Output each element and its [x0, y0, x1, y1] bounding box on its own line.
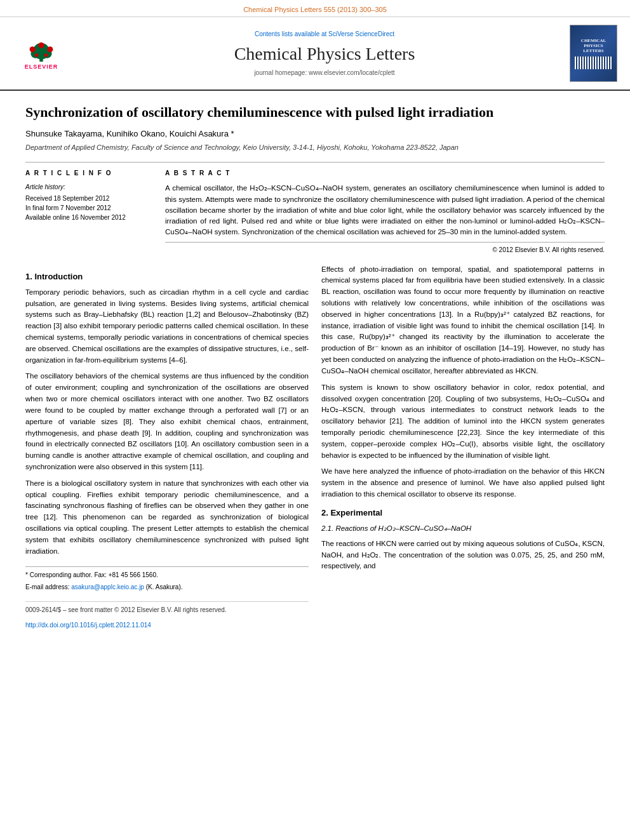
svg-point-7 [35, 53, 39, 57]
intro-col2-p2: This system is known to show oscillatory… [321, 382, 605, 462]
intro-title: 1. Introduction [25, 270, 309, 283]
body-col-right: Effects of photo-irradiation on temporal… [321, 264, 605, 636]
intro-col2-p1: Effects of photo-irradiation on temporal… [321, 264, 605, 377]
elsevier-tree-icon [25, 41, 57, 63]
article-info-abstract-section: A R T I C L E I N F O Article history: R… [25, 162, 605, 254]
experimental-p1: The reactions of HKCN were carried out b… [321, 538, 605, 572]
article-history: Article history: Received 18 September 2… [25, 183, 152, 222]
bottom-bar: 0009-2614/$ – see front matter © 2012 El… [25, 601, 309, 630]
header-left: ELSEVIER [13, 36, 89, 71]
intro-p3: There is a biological oscillatory system… [25, 478, 309, 557]
elsevier-text-label: ELSEVIER [25, 63, 58, 71]
footnote-email: E-mail address: asakura@applc.keio.ac.jp… [25, 582, 309, 592]
article-authors: Shunsuke Takayama, Kunihiko Okano, Kouic… [25, 128, 605, 140]
journal-header: ELSEVIER Contents lists available at Sci… [0, 17, 630, 91]
article-title: Synchronization of oscillatory chemilumi… [25, 103, 605, 122]
svg-point-5 [38, 43, 44, 48]
body-columns: 1. Introduction Temporary periodic behav… [25, 264, 605, 636]
footnote-section: * Corresponding author. Fax: +81 45 566 … [25, 566, 309, 592]
experimental-sub: 2.1. Reactions of H₂O₂–KSCN–CuSO₄–NaOH [321, 523, 605, 535]
intro-p1: Temporary periodic behaviors, such as ci… [25, 287, 309, 366]
history-title: Article history: [25, 183, 152, 192]
issn-line: 0009-2614/$ – see front matter © 2012 El… [25, 605, 309, 615]
footnote-corresponding: * Corresponding author. Fax: +81 45 566 … [25, 570, 309, 580]
journal-cover-title: CHEMICALPHYSICSLETTERS [581, 38, 606, 54]
abstract-header: A B S T R A C T [165, 169, 605, 178]
email-link[interactable]: asakura@applc.keio.ac.jp [71, 583, 144, 590]
received-date: Received 18 September 2012 [25, 194, 152, 203]
article-info-header: A R T I C L E I N F O [25, 169, 152, 178]
abstract-col: A B S T R A C T A chemical oscillator, t… [165, 169, 605, 254]
article-affiliation: Department of Applied Chemistry, Faculty… [25, 143, 605, 152]
intro-col2-p3: We have here analyzed the influence of p… [321, 466, 605, 500]
journal-ref: Chemical Physics Letters 555 (2013) 300–… [243, 6, 387, 13]
copyright-line: © 2012 Elsevier B.V. All rights reserved… [165, 242, 605, 255]
header-right: CHEMICALPHYSICSLETTERS [560, 25, 617, 82]
elsevier-logo: ELSEVIER [13, 36, 70, 71]
revised-date: In final form 7 November 2012 [25, 203, 152, 213]
abstract-text: A chemical oscillator, the H₂O₂–KSCN–CuS… [165, 183, 605, 237]
sciverse-link[interactable]: Contents lists available at SciVerse Sci… [95, 30, 554, 39]
intro-p2: The oscillatory behaviors of the chemica… [25, 371, 309, 472]
header-center: Contents lists available at SciVerse Sci… [95, 30, 554, 77]
article-info-col: A R T I C L E I N F O Article history: R… [25, 169, 152, 254]
svg-point-6 [47, 46, 53, 52]
svg-point-4 [30, 46, 36, 52]
doi-line[interactable]: http://dx.doi.org/10.1016/j.cplett.2012.… [25, 620, 309, 630]
available-date: Available online 16 November 2012 [25, 213, 152, 222]
experimental-title: 2. Experimental [321, 507, 605, 519]
barcode-icon [575, 57, 613, 69]
journal-homepage: journal homepage: www.elsevier.com/locat… [95, 69, 554, 77]
journal-cover: CHEMICALPHYSICSLETTERS [570, 25, 617, 82]
body-col-left: 1. Introduction Temporary periodic behav… [25, 264, 309, 636]
svg-point-8 [44, 53, 48, 57]
article-content: Synchronization of oscillatory chemilumi… [0, 91, 630, 648]
journal-title: Chemical Physics Letters [95, 41, 554, 66]
journal-top-bar: Chemical Physics Letters 555 (2013) 300–… [0, 0, 630, 17]
